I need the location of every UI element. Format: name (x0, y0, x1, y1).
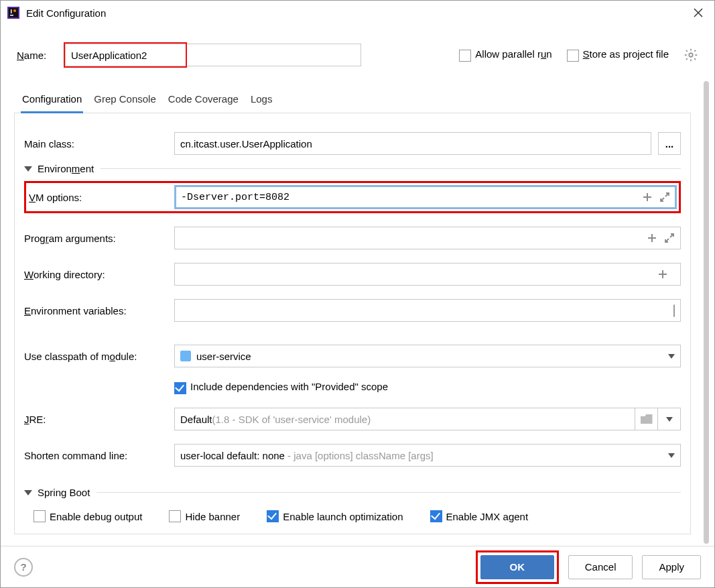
working-directory-label: Working directory: (24, 269, 174, 280)
working-directory-field[interactable] (174, 263, 681, 286)
chevron-down-icon[interactable] (657, 408, 680, 430)
environment-variables-field[interactable] (174, 299, 681, 322)
include-provided-checkbox[interactable]: Include dependencies with "Provided" sco… (174, 381, 388, 394)
shorten-command-line-label: Shorten command line: (24, 450, 174, 461)
plus-icon[interactable] (647, 233, 657, 243)
module-icon (180, 351, 191, 361)
help-button[interactable]: ? (14, 558, 33, 577)
top-right-options: Allow parallel run Store as project file (459, 48, 698, 62)
scrollbar-thumb[interactable] (704, 81, 709, 544)
name-input-extension[interactable] (187, 44, 361, 66)
shorten-command-line-dropdown[interactable]: user-local default: none - java [options… (174, 444, 681, 467)
list-icon[interactable] (673, 305, 675, 316)
jre-dropdown[interactable]: Default (1.8 - SDK of 'user-service' mod… (174, 408, 681, 430)
tab-grep-console[interactable]: Grep Console (92, 86, 157, 113)
vm-options-highlight: VM options: -Dserver.port=8082 (24, 181, 681, 213)
spring-boot-checks: Enable debug output Hide banner Enable l… (24, 505, 681, 522)
ok-highlight: OK (476, 550, 559, 584)
store-as-project-file-checkbox[interactable]: Store as project file (567, 48, 669, 61)
titlebar: Edit Configuration (1, 1, 714, 25)
spring-boot-section-header[interactable]: Spring Boot (24, 487, 681, 498)
program-arguments-row: Program arguments: (24, 220, 681, 256)
collapse-icon (24, 166, 32, 172)
name-highlight (64, 42, 187, 68)
enable-debug-output-checkbox[interactable]: Enable debug output (34, 510, 142, 522)
content-area: Configuration Grep Console Code Coverage… (14, 86, 691, 534)
ok-button[interactable]: OK (480, 555, 554, 579)
main-class-browse-button[interactable]: ... (658, 132, 681, 155)
vertical-scrollbar[interactable] (704, 81, 709, 544)
enable-jmx-agent-checkbox[interactable]: Enable JMX agent (430, 510, 529, 522)
name-input[interactable] (65, 44, 186, 66)
expand-icon[interactable] (664, 233, 675, 243)
edit-configuration-dialog: Edit Configuration Name: Allow parallel … (0, 0, 715, 588)
environment-variables-label: Environment variables: (24, 305, 174, 316)
window-title: Edit Configuration (26, 7, 106, 19)
chevron-down-icon (668, 354, 675, 359)
folder-icon[interactable] (635, 408, 657, 430)
tab-logs[interactable]: Logs (249, 86, 274, 113)
plus-icon[interactable] (642, 192, 653, 202)
classpath-module-row: Use classpath of module: user-service (24, 338, 681, 374)
tab-bar: Configuration Grep Console Code Coverage… (14, 86, 691, 113)
plus-icon[interactable] (657, 269, 668, 280)
program-arguments-field[interactable] (174, 227, 681, 249)
shorten-command-line-row: Shorten command line: user-local default… (24, 437, 681, 473)
svg-rect-2 (10, 15, 13, 16)
main-class-label: Main class: (24, 138, 174, 150)
intellij-icon (7, 7, 19, 19)
hide-banner-checkbox[interactable]: Hide banner (169, 510, 240, 522)
apply-button[interactable]: Apply (642, 555, 701, 579)
close-button[interactable] (689, 3, 708, 22)
vm-options-label: VM options: (29, 192, 175, 203)
expand-icon[interactable] (659, 192, 670, 202)
classpath-module-dropdown[interactable]: user-service (174, 345, 681, 367)
tab-configuration[interactable]: Configuration (21, 86, 83, 113)
enable-launch-optimization-checkbox[interactable]: Enable launch optimization (267, 510, 403, 522)
gear-icon[interactable] (684, 48, 698, 62)
tab-code-coverage[interactable]: Code Coverage (167, 86, 240, 113)
environment-variables-row: Environment variables: (24, 292, 681, 329)
environment-section-header[interactable]: Environment (24, 163, 681, 174)
main-class-field[interactable]: cn.itcast.user.UserApplication (174, 132, 651, 155)
program-arguments-label: Program arguments: (24, 233, 174, 244)
classpath-module-label: Use classpath of module: (24, 351, 174, 362)
name-row: Name: Allow parallel run Store as projec… (1, 25, 714, 68)
svg-rect-1 (9, 8, 18, 17)
svg-rect-3 (11, 9, 12, 13)
main-class-row: Main class: cn.itcast.user.UserApplicati… (24, 125, 681, 162)
svg-point-7 (689, 53, 693, 57)
configuration-panel: Main class: cn.itcast.user.UserApplicati… (14, 113, 691, 534)
chevron-down-icon (668, 453, 675, 458)
include-provided-row: Include dependencies with "Provided" sco… (24, 374, 681, 401)
jre-label: JRE: (24, 414, 174, 425)
cancel-button[interactable]: Cancel (568, 555, 633, 579)
vm-options-field[interactable]: -Dserver.port=8082 (175, 186, 676, 209)
jre-row: JRE: Default (1.8 - SDK of 'user-service… (24, 401, 681, 437)
name-label: Name: (17, 50, 64, 61)
dialog-button-row: ? OK Cancel Apply (1, 546, 714, 587)
collapse-icon (24, 490, 32, 495)
working-directory-row: Working directory: (24, 256, 681, 292)
svg-point-4 (13, 9, 16, 12)
allow-parallel-run-checkbox[interactable]: Allow parallel run (459, 48, 551, 61)
